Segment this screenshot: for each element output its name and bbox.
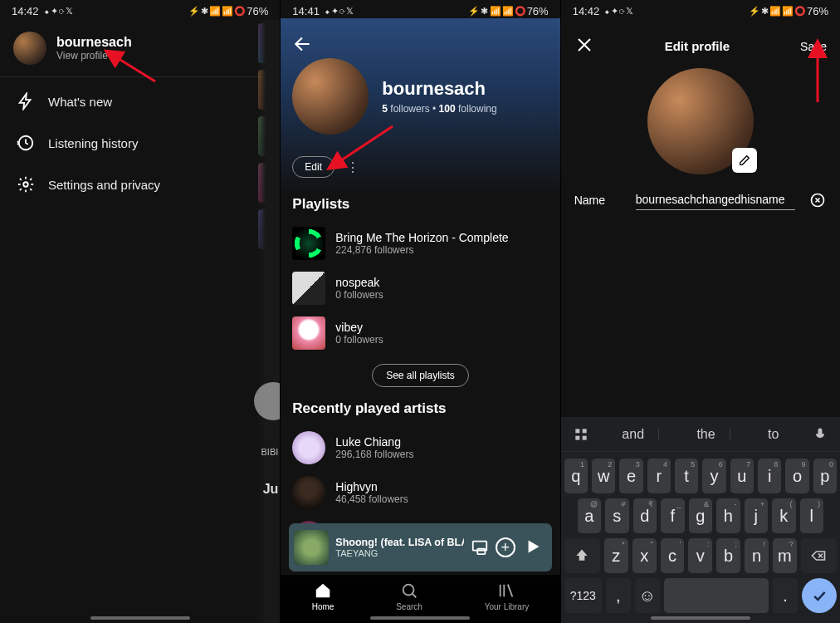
shift-key[interactable]	[564, 538, 600, 573]
home-indicator	[370, 616, 470, 620]
playlist-item[interactable]: Bring Me The Horizon - Complete224,876 f…	[292, 221, 548, 266]
menu-whats-new[interactable]: What's new	[0, 81, 280, 122]
key-g[interactable]: g&	[689, 498, 712, 533]
key-z[interactable]: z*	[604, 538, 628, 573]
kb-suggestions[interactable]: and the to	[596, 427, 805, 442]
svg-rect-11	[582, 435, 586, 439]
background-circle	[254, 382, 280, 420]
backspace-key[interactable]	[801, 538, 837, 573]
history-icon	[17, 134, 35, 152]
close-button[interactable]	[574, 35, 594, 57]
edit-photo-button[interactable]	[732, 148, 757, 173]
username: bournesach	[56, 35, 132, 50]
add-icon[interactable]: +	[496, 537, 515, 557]
key-s[interactable]: s#	[605, 498, 628, 533]
emoji-key[interactable]: ☺	[635, 578, 660, 613]
play-icon[interactable]	[522, 536, 544, 560]
home-indicator	[651, 616, 750, 620]
menu-settings[interactable]: Settings and privacy	[0, 164, 280, 205]
nav-home[interactable]: Home	[312, 581, 335, 611]
background-tiles	[258, 23, 280, 249]
menu-listening-history[interactable]: Listening history	[0, 122, 280, 164]
name-label: Name	[574, 194, 623, 207]
key-k[interactable]: k(	[772, 498, 795, 533]
back-button[interactable]	[292, 33, 314, 57]
panel-sidebar: 14:42⬥ ✦ ⟳ 𝕏 ⚡ ✱ 📶 📶 ⭕76% bournesach Vie…	[0, 0, 280, 623]
key-x[interactable]: x"	[632, 538, 657, 573]
avatar[interactable]	[292, 58, 369, 135]
more-icon[interactable]: ⋮	[346, 159, 361, 175]
key-r[interactable]: r4	[647, 459, 671, 493]
key-e[interactable]: e3	[619, 459, 642, 493]
nav-search[interactable]: Search	[396, 581, 422, 611]
key-y[interactable]: y6	[702, 459, 725, 493]
panel-edit-profile: 14:42⬥ ✦ ⟳ 𝕏 ⚡ ✱ 📶 📶 ⭕76% Edit profile S…	[560, 0, 840, 623]
key-t[interactable]: t5	[675, 459, 698, 493]
svg-rect-10	[575, 435, 579, 439]
key-m[interactable]: m?	[773, 538, 797, 573]
key-b[interactable]: b;	[716, 538, 740, 573]
cast-icon[interactable]	[471, 537, 489, 558]
keyboard: and the to q1w2e3r4t5y6u7i8o9p0 a@s#d₹f_…	[561, 417, 840, 623]
home-indicator	[90, 616, 190, 620]
status-bar: 14:41⬥ ✦ ⟳ 𝕏 ⚡ ✱ 📶 📶 ⭕76%	[281, 0, 559, 20]
key-u[interactable]: u7	[730, 459, 754, 493]
key-f[interactable]: f_	[661, 498, 684, 533]
divider	[0, 76, 280, 77]
key-l[interactable]: l)	[800, 498, 823, 533]
username: bournesach	[382, 78, 496, 100]
comma-key[interactable]: ,	[606, 578, 631, 613]
see-all-playlists[interactable]: See all playlists	[372, 364, 469, 387]
key-n[interactable]: n!	[745, 538, 769, 573]
now-playing-bar[interactable]: Shoong! (feat. LISA of BLACKPINK) TAEYAN…	[289, 523, 551, 571]
name-input[interactable]	[636, 189, 795, 210]
key-v[interactable]: v:	[688, 538, 712, 573]
panel-profile: 14:41⬥ ✦ ⟳ 𝕏 ⚡ ✱ 📶 📶 ⭕76% bournesach 5 f…	[280, 0, 559, 623]
nav-library[interactable]: Your Library	[485, 581, 530, 611]
profile-header[interactable]: bournesach View profile	[0, 20, 280, 76]
key-j[interactable]: j+	[745, 498, 768, 533]
follow-stats[interactable]: 5 followers • 100 following	[382, 103, 496, 115]
playlist-item[interactable]: nospeak0 followers	[292, 266, 548, 311]
artist-item[interactable]: Highvyn46,458 followers	[292, 470, 548, 515]
symbols-key[interactable]: ?123	[564, 578, 602, 613]
status-bar: 14:42⬥ ✦ ⟳ 𝕏 ⚡ ✱ 📶 📶 ⭕76%	[561, 0, 840, 20]
edit-button[interactable]: Edit	[292, 156, 335, 178]
artist-item[interactable]: Luke Chiang296,168 followers	[292, 425, 548, 470]
key-o[interactable]: o9	[785, 459, 808, 493]
key-d[interactable]: d₹	[633, 498, 657, 533]
section-playlists: Playlists	[292, 196, 548, 213]
avatar	[13, 32, 46, 65]
key-p[interactable]: p0	[813, 459, 837, 493]
space-key[interactable]	[664, 578, 769, 613]
player-thumb	[294, 530, 329, 565]
enter-key[interactable]	[802, 578, 837, 613]
svg-point-1	[23, 182, 28, 187]
svg-rect-8	[575, 429, 579, 433]
key-h[interactable]: h-	[716, 498, 740, 533]
key-q[interactable]: q1	[564, 459, 588, 493]
page-title: Edit profile	[665, 39, 730, 53]
key-c[interactable]: c'	[661, 538, 685, 573]
period-key[interactable]: .	[773, 578, 798, 613]
view-profile-link[interactable]: View profile	[56, 50, 132, 61]
gear-icon	[17, 175, 35, 194]
key-w[interactable]: w2	[592, 459, 615, 493]
svg-point-5	[403, 585, 414, 596]
key-a[interactable]: a@	[578, 498, 601, 533]
playlist-item[interactable]: vibey0 followers	[292, 311, 548, 356]
kb-grid-icon[interactable]	[566, 419, 596, 449]
section-recent-artists: Recently played artists	[292, 400, 548, 417]
save-button[interactable]: Save	[800, 40, 827, 53]
clear-icon[interactable]	[808, 191, 827, 209]
key-i[interactable]: i8	[758, 459, 781, 493]
kb-mic-icon[interactable]	[805, 419, 835, 449]
svg-rect-9	[582, 429, 586, 433]
status-bar: 14:42⬥ ✦ ⟳ 𝕏 ⚡ ✱ 📶 📶 ⭕76%	[0, 0, 280, 20]
bolt-icon	[17, 92, 35, 110]
